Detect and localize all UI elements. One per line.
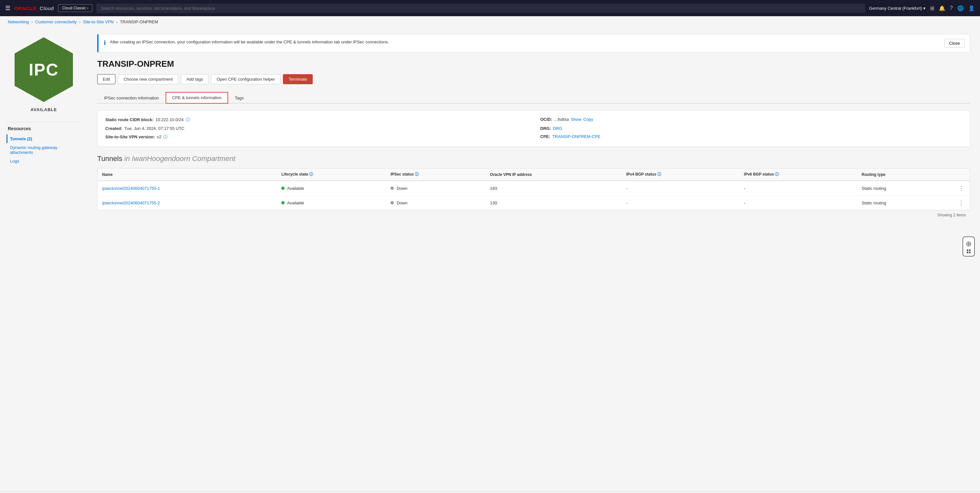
oracle-logo: ORACLE Cloud — [14, 5, 54, 11]
main-container: IPC AVAILABLE Resources Tunnels (2) Dyna… — [0, 27, 980, 491]
top-navigation: ☰ ORACLE Cloud Cloud Classic › Germany C… — [0, 0, 980, 16]
tab-ipsec-connection-info[interactable]: IPSec connection information — [97, 92, 165, 104]
col-routing: Routing type — [857, 168, 970, 181]
hamburger-menu-icon[interactable]: ☰ — [5, 5, 10, 12]
tunnel-name-link[interactable]: ipsectunnel20240604071755-2 — [102, 200, 160, 205]
tunnel-oracle-ip-cell: 193. — [485, 181, 622, 196]
lifecycle-dot — [281, 201, 285, 204]
vpn-version-info-icon[interactable]: ⓘ — [163, 134, 167, 140]
help-widget-icon: ⊕ — [966, 240, 972, 248]
tab-tags[interactable]: Tags — [228, 92, 250, 104]
sidebar-item-drg-attachments[interactable]: Dynamic routing gateway attachments — [6, 143, 81, 157]
search-input[interactable] — [96, 3, 865, 13]
left-panel: IPC AVAILABLE Resources Tunnels (2) Dyna… — [0, 27, 88, 491]
tunnel-ipsec-cell: Down — [386, 196, 485, 210]
tunnel-ipv6-bgp-cell: - — [740, 181, 857, 196]
breadcrumb-site-to-site-vpn[interactable]: Site-to-Site VPN — [83, 19, 114, 24]
row-menu-icon[interactable]: ⋮ — [957, 199, 966, 206]
tabs-container: IPSec connection information CPE & tunne… — [97, 92, 970, 104]
resources-title: Resources — [6, 126, 81, 131]
drg-link[interactable]: DRG — [553, 126, 562, 131]
ipsec-dot — [390, 201, 394, 204]
showing-items-text: Showing 2 items — [97, 210, 970, 220]
row-menu-icon[interactable]: ⋮ — [957, 185, 966, 192]
ocid-show-link[interactable]: Show — [571, 117, 581, 122]
add-tags-button[interactable]: Add tags — [181, 74, 208, 84]
ipv6-info-icon[interactable]: ⓘ — [775, 172, 779, 176]
action-buttons: Edit Choose new compartment Add tags Ope… — [97, 74, 970, 84]
breadcrumb-networking[interactable]: Networking — [8, 19, 29, 24]
col-oracle-ip: Oracle VPN IP address — [485, 168, 622, 181]
static-route-row: Static route CIDR block: 10.222.10.0/24 … — [105, 117, 527, 123]
ipc-label: IPC — [29, 60, 59, 79]
choose-compartment-button[interactable]: Choose new compartment — [118, 74, 178, 84]
ocid-row: OCID: ...fsdtsa Show Copy — [540, 117, 962, 123]
ipv4-info-icon[interactable]: ⓘ — [657, 172, 661, 176]
tunnel-ipsec-cell: Down — [386, 181, 485, 196]
ipsec-dot — [390, 187, 394, 190]
open-cpe-button[interactable]: Open CPE configuration helper — [211, 74, 280, 84]
region-selector[interactable]: Germany Central (Frankfurt) ▾ — [869, 6, 926, 11]
breadcrumb-customer-connectivity[interactable]: Customer connectivity — [35, 19, 77, 24]
ipc-hexagon: IPC — [14, 37, 73, 102]
ipsec-info-icon[interactable]: ⓘ — [415, 172, 419, 176]
static-route-info-icon[interactable]: ⓘ — [186, 117, 190, 123]
info-banner-icon: ℹ — [104, 39, 106, 46]
right-content: ℹ After creating an IPSec connection, yo… — [88, 27, 980, 491]
language-icon[interactable]: 🌐 — [957, 5, 964, 11]
tunnel-routing-cell: Static routing ⋮ — [857, 196, 970, 210]
tunnel-oracle-ip-cell: 130. — [485, 196, 622, 210]
cpe-row: CPE: TRANSIP-ONPREM-CPE — [540, 134, 962, 140]
resources-section: Resources Tunnels (2) Dynamic routing ga… — [6, 122, 81, 165]
breadcrumb-current: TRANSIP-ONPREM — [120, 19, 158, 24]
tunnel-lifecycle-cell: Available — [277, 196, 386, 210]
created-row: Created: Tue, Jun 4, 2024, 07:17:55 UTC — [105, 126, 527, 131]
drg-row: DRG: DRG — [540, 126, 962, 131]
tunnel-name-cell: ipsectunnel20240604071755-1 — [97, 181, 277, 196]
col-ipv6-bgp: IPv6 BGP status ⓘ — [740, 168, 857, 181]
table-row: ipsectunnel20240604071755-1 Available Do… — [97, 181, 970, 196]
tunnel-ipv4-bgp-cell: - — [622, 181, 739, 196]
tunnel-name-cell: ipsectunnel20240604071755-2 — [97, 196, 277, 210]
lifecycle-info-icon[interactable]: ⓘ — [309, 172, 313, 176]
help-icon[interactable]: ? — [950, 5, 953, 11]
info-banner: ℹ After creating an IPSec connection, yo… — [97, 34, 970, 52]
page-title: TRANSIP-ONPREM — [97, 59, 970, 69]
col-name: Name — [97, 168, 277, 181]
col-lifecycle: Lifecycle state ⓘ — [277, 168, 386, 181]
cloud-classic-button[interactable]: Cloud Classic › — [58, 4, 93, 12]
notifications-icon[interactable]: 🔔 — [939, 5, 945, 11]
table-row: ipsectunnel20240604071755-2 Available Do… — [97, 196, 970, 210]
tunnel-ipv4-bgp-cell: - — [622, 196, 739, 210]
cpe-link[interactable]: TRANSIP-ONPREM-CPE — [552, 134, 600, 139]
user-account-icon[interactable]: 👤 — [968, 5, 975, 11]
lifecycle-dot — [281, 187, 285, 190]
ipc-icon-wrap: IPC — [14, 37, 73, 102]
tunnel-ipv6-bgp-cell: - — [740, 196, 857, 210]
top-nav-right: Germany Central (Frankfurt) ▾ ⊞ 🔔 ? 🌐 👤 — [869, 5, 975, 11]
tunnel-lifecycle-cell: Available — [277, 181, 386, 196]
tunnel-routing-cell: Static routing ⋮ — [857, 181, 970, 196]
tunnel-name-link[interactable]: ipsectunnel20240604071755-1 — [102, 186, 160, 191]
console-icon[interactable]: ⊞ — [930, 5, 934, 11]
vpn-version-row: Site-to-Site VPN version: v2 ⓘ — [105, 134, 527, 140]
tunnels-title: Tunnels in IwanHoogendoorn Compartment — [97, 154, 970, 163]
col-ipv4-bgp: IPv4 BGP status ⓘ — [622, 168, 739, 181]
connection-info-grid: Static route CIDR block: 10.222.10.0/24 … — [97, 110, 970, 147]
terminate-button[interactable]: Terminate — [283, 74, 312, 84]
ocid-copy-link[interactable]: Copy — [583, 117, 593, 122]
help-widget[interactable]: ⊕ — [963, 236, 975, 257]
sidebar-item-logs[interactable]: Logs — [6, 157, 81, 165]
col-ipsec: IPSec status ⓘ — [386, 168, 485, 181]
info-banner-text: After creating an IPSec connection, your… — [110, 39, 940, 45]
close-banner-button[interactable]: Close — [944, 39, 965, 48]
tab-cpe-tunnels-info[interactable]: CPE & tunnels information — [165, 92, 228, 104]
sidebar-item-tunnels[interactable]: Tunnels (2) — [6, 135, 81, 143]
help-widget-grid — [967, 249, 970, 253]
edit-button[interactable]: Edit — [97, 74, 115, 84]
footer: Terms of Use and Privacy Cookie Preferen… — [0, 491, 980, 493]
status-badge: AVAILABLE — [30, 107, 57, 112]
tunnels-table: Name Lifecycle state ⓘ IPSec status ⓘ Or… — [97, 168, 970, 210]
breadcrumb: Networking › Customer connectivity › Sit… — [0, 16, 980, 27]
